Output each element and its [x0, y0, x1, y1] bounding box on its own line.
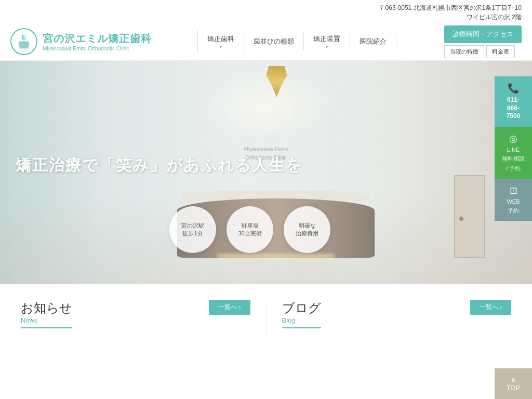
feature-circles: 宮の沢駅 徒歩1分 駐車場 30台完備 明確な 治療費用	[169, 206, 330, 253]
news-header: お知らせ News 一覧へ ›	[21, 300, 250, 334]
line-label1: LINE	[507, 147, 520, 153]
line-label2: 無料相談	[502, 155, 525, 163]
circle-cost: 明確な 治療費用	[284, 206, 330, 253]
hero-section: Miyanosawa Emiru Orthodontic Clinic 矯正治療…	[0, 61, 532, 284]
logo-en: Miyanosawa Emiru Orthodontic Clinic	[43, 46, 152, 51]
phone-button[interactable]: 📞 011-666-7500	[495, 76, 532, 127]
cta-area: 診療時間・アクセス 当院の特徴 料金表	[438, 25, 522, 58]
blog-title-en: Blog	[282, 316, 321, 328]
chevron-down-icon-2: ▼	[325, 45, 329, 49]
hours-access-button[interactable]: 診療時間・アクセス	[444, 25, 522, 43]
main-nav: 矯正歯科 ▼ 歯並びの種類 矯正装置 ▼ 医院紹介	[156, 30, 438, 54]
line-label3: / 予約	[506, 165, 521, 172]
web-icon: ⊡	[510, 185, 517, 196]
blog-section: ブログ Blog 一覧へ ›	[267, 300, 512, 338]
features-button[interactable]: 当院の特徴	[444, 45, 484, 58]
nav-item-clinic[interactable]: 医院紹介	[350, 33, 396, 50]
blog-list-button[interactable]: 一覧へ ›	[470, 300, 511, 315]
chandelier-body	[263, 66, 289, 97]
door-element	[454, 175, 485, 258]
phone-icon: 📞	[508, 83, 519, 94]
logo-jp: 宮の沢エミル矯正歯科	[43, 32, 152, 46]
line-icon: ◎	[509, 133, 517, 144]
circle-parking: 駐車場 30台完備	[227, 206, 273, 253]
pricing-button[interactable]: 料金表	[486, 45, 515, 58]
circle-station: 宮の沢駅 徒歩1分	[169, 206, 216, 253]
side-buttons: 📞 011-666-7500 ◎ LINE 無料相談 / 予約 ⊡ WEB 予約	[495, 76, 532, 221]
logo-icon: E	[10, 28, 37, 55]
web-label2: 予約	[508, 207, 519, 215]
site-header: E 宮の沢エミル矯正歯科 Miyanosawa Emiru Orthodonti…	[0, 23, 532, 61]
chevron-down-icon: ▼	[219, 45, 223, 49]
news-section: お知らせ News 一覧へ ›	[21, 300, 267, 338]
chandelier-decoration	[263, 66, 289, 97]
news-list-button[interactable]: 一覧へ ›	[209, 300, 250, 315]
phone-number: 011-666-7500	[507, 96, 521, 121]
hero-tagline: 矯正治療で「笑み」があふれる人生を	[16, 155, 302, 176]
address-line2: ワイビル宮の沢 2階	[10, 12, 522, 22]
nav-item-orthodontic[interactable]: 矯正歯科 ▼	[197, 30, 244, 54]
web-label1: WEB	[507, 198, 520, 205]
news-title-en: News	[21, 316, 72, 328]
logo-text: 宮の沢エミル矯正歯科 Miyanosawa Emiru Orthodontic …	[43, 32, 152, 51]
logo-area: E 宮の沢エミル矯正歯科 Miyanosawa Emiru Orthodonti…	[10, 23, 156, 60]
nav-item-teeth[interactable]: 歯並びの種類	[244, 33, 304, 50]
blog-title-area: ブログ Blog	[282, 300, 321, 334]
desk-light	[217, 254, 335, 258]
nav-item-appliance[interactable]: 矯正装置 ▼	[304, 30, 350, 54]
news-title-jp: お知らせ	[21, 300, 72, 316]
blog-title-jp: ブログ	[282, 300, 321, 316]
line-button[interactable]: ◎ LINE 無料相談 / 予約	[495, 127, 532, 179]
bottom-section: お知らせ News 一覧へ › ブログ Blog 一覧へ ›	[0, 284, 532, 348]
blog-header: ブログ Blog 一覧へ ›	[282, 300, 512, 334]
secondary-cta-row: 当院の特徴 料金表	[444, 45, 522, 58]
address-line1: 〒063-0051 北海道札幌市西区宮の沢1条1丁目7−10	[10, 3, 522, 12]
svg-text:E: E	[22, 33, 26, 41]
web-button[interactable]: ⊡ WEB 予約	[495, 179, 532, 221]
top-address-bar: 〒063-0051 北海道札幌市西区宮の沢1条1丁目7−10 ワイビル宮の沢 2…	[0, 0, 532, 23]
news-title-area: お知らせ News	[21, 300, 72, 334]
door-handle	[459, 217, 463, 221]
